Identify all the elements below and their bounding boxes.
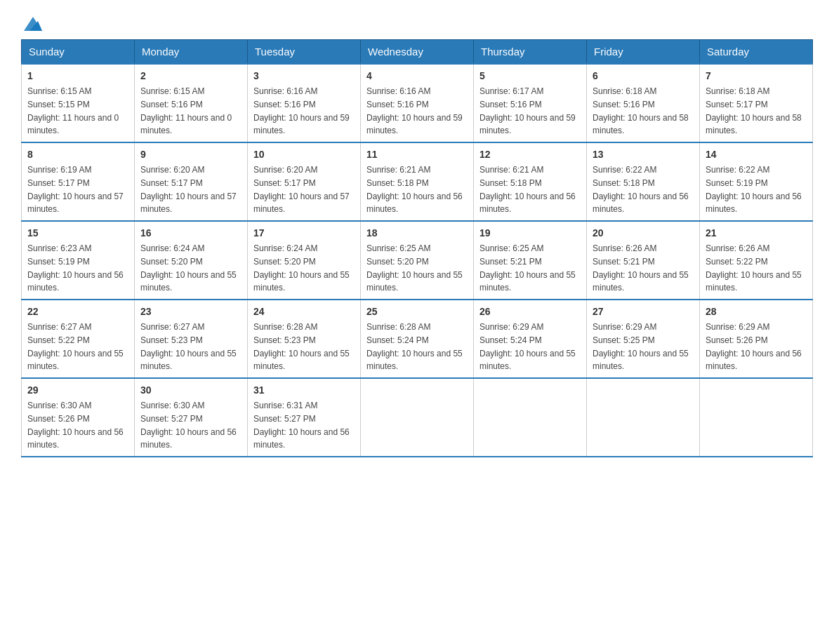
day-info: Sunrise: 6:24 AMSunset: 5:20 PMDaylight:… (140, 243, 237, 293)
day-number: 19 (479, 226, 581, 241)
day-number: 14 (706, 147, 807, 162)
day-number: 27 (593, 304, 694, 319)
calendar-cell: 10 Sunrise: 6:20 AMSunset: 5:17 PMDaylig… (248, 142, 361, 221)
day-info: Sunrise: 6:19 AMSunset: 5:17 PMDaylight:… (27, 165, 124, 214)
calendar-cell: 23 Sunrise: 6:27 AMSunset: 5:23 PMDaylig… (135, 300, 248, 378)
calendar-cell: 16 Sunrise: 6:24 AMSunset: 5:20 PMDaylig… (135, 221, 248, 300)
calendar-cell: 15 Sunrise: 6:23 AMSunset: 5:19 PMDaylig… (22, 221, 135, 300)
day-number: 30 (140, 383, 241, 398)
day-info: Sunrise: 6:26 AMSunset: 5:22 PMDaylight:… (706, 243, 802, 293)
logo (21, 14, 44, 32)
day-info: Sunrise: 6:30 AMSunset: 5:27 PMDaylight:… (140, 401, 237, 450)
day-number: 28 (706, 304, 807, 319)
calendar-cell: 27 Sunrise: 6:29 AMSunset: 5:25 PMDaylig… (587, 300, 700, 378)
calendar-cell: 17 Sunrise: 6:24 AMSunset: 5:20 PMDaylig… (248, 221, 361, 300)
calendar-cell: 4 Sunrise: 6:16 AMSunset: 5:16 PMDayligh… (361, 64, 474, 142)
day-info: Sunrise: 6:21 AMSunset: 5:18 PMDaylight:… (366, 165, 463, 214)
calendar-cell: 9 Sunrise: 6:20 AMSunset: 5:17 PMDayligh… (135, 142, 248, 221)
day-info: Sunrise: 6:21 AMSunset: 5:18 PMDaylight:… (479, 165, 576, 214)
day-number: 5 (479, 69, 581, 83)
day-number: 20 (593, 226, 694, 241)
day-number: 12 (479, 147, 581, 162)
logo-icon (22, 14, 44, 35)
day-info: Sunrise: 6:16 AMSunset: 5:16 PMDaylight:… (366, 86, 463, 135)
day-number: 4 (366, 69, 468, 83)
calendar-cell: 28 Sunrise: 6:29 AMSunset: 5:26 PMDaylig… (700, 300, 813, 378)
weekday-header-wednesday: Wednesday (361, 40, 474, 65)
day-info: Sunrise: 6:29 AMSunset: 5:25 PMDaylight:… (593, 322, 689, 371)
calendar-cell: 19 Sunrise: 6:25 AMSunset: 5:21 PMDaylig… (474, 221, 587, 300)
day-info: Sunrise: 6:20 AMSunset: 5:17 PMDaylight:… (253, 165, 350, 214)
calendar-week-row: 1 Sunrise: 6:15 AMSunset: 5:15 PMDayligh… (22, 64, 813, 142)
day-number: 13 (593, 147, 694, 162)
day-info: Sunrise: 6:28 AMSunset: 5:24 PMDaylight:… (366, 322, 463, 371)
day-number: 11 (366, 147, 468, 162)
calendar-cell: 13 Sunrise: 6:22 AMSunset: 5:18 PMDaylig… (587, 142, 700, 221)
weekday-header-saturday: Saturday (700, 40, 813, 65)
calendar-cell: 26 Sunrise: 6:29 AMSunset: 5:24 PMDaylig… (474, 300, 587, 378)
day-info: Sunrise: 6:28 AMSunset: 5:23 PMDaylight:… (253, 322, 350, 371)
calendar-cell: 8 Sunrise: 6:19 AMSunset: 5:17 PMDayligh… (22, 142, 135, 221)
day-info: Sunrise: 6:22 AMSunset: 5:19 PMDaylight:… (706, 165, 802, 214)
calendar-cell: 29 Sunrise: 6:30 AMSunset: 5:26 PMDaylig… (22, 378, 135, 457)
calendar-cell (700, 378, 813, 457)
calendar-cell: 18 Sunrise: 6:25 AMSunset: 5:20 PMDaylig… (361, 221, 474, 300)
day-info: Sunrise: 6:25 AMSunset: 5:20 PMDaylight:… (366, 243, 463, 293)
day-number: 15 (27, 226, 128, 241)
weekday-header-sunday: Sunday (22, 40, 135, 65)
page-header (21, 14, 813, 32)
day-number: 8 (27, 147, 128, 162)
day-info: Sunrise: 6:22 AMSunset: 5:18 PMDaylight:… (593, 165, 689, 214)
day-number: 29 (27, 383, 128, 398)
day-number: 6 (593, 69, 694, 83)
day-number: 10 (253, 147, 355, 162)
calendar-cell (361, 378, 474, 457)
day-info: Sunrise: 6:27 AMSunset: 5:23 PMDaylight:… (140, 322, 237, 371)
day-number: 21 (706, 226, 807, 241)
day-info: Sunrise: 6:15 AMSunset: 5:16 PMDaylight:… (140, 86, 232, 135)
day-number: 31 (253, 383, 355, 398)
day-number: 25 (366, 304, 468, 319)
day-number: 16 (140, 226, 241, 241)
day-info: Sunrise: 6:17 AMSunset: 5:16 PMDaylight:… (479, 86, 576, 135)
calendar-week-row: 29 Sunrise: 6:30 AMSunset: 5:26 PMDaylig… (22, 378, 813, 457)
day-number: 23 (140, 304, 241, 319)
calendar-cell: 1 Sunrise: 6:15 AMSunset: 5:15 PMDayligh… (22, 64, 135, 142)
day-info: Sunrise: 6:27 AMSunset: 5:22 PMDaylight:… (27, 322, 124, 371)
calendar-header-row: SundayMondayTuesdayWednesdayThursdayFrid… (22, 40, 813, 65)
calendar-cell: 22 Sunrise: 6:27 AMSunset: 5:22 PMDaylig… (22, 300, 135, 378)
day-number: 7 (706, 69, 807, 83)
day-number: 2 (140, 69, 241, 83)
day-info: Sunrise: 6:16 AMSunset: 5:16 PMDaylight:… (253, 86, 350, 135)
calendar-cell: 5 Sunrise: 6:17 AMSunset: 5:16 PMDayligh… (474, 64, 587, 142)
calendar-cell (474, 378, 587, 457)
calendar-cell: 14 Sunrise: 6:22 AMSunset: 5:19 PMDaylig… (700, 142, 813, 221)
calendar-week-row: 22 Sunrise: 6:27 AMSunset: 5:22 PMDaylig… (22, 300, 813, 378)
calendar-cell: 24 Sunrise: 6:28 AMSunset: 5:23 PMDaylig… (248, 300, 361, 378)
weekday-header-friday: Friday (587, 40, 700, 65)
day-info: Sunrise: 6:26 AMSunset: 5:21 PMDaylight:… (593, 243, 689, 293)
calendar-cell: 7 Sunrise: 6:18 AMSunset: 5:17 PMDayligh… (700, 64, 813, 142)
weekday-header-tuesday: Tuesday (248, 40, 361, 65)
day-number: 18 (366, 226, 468, 241)
calendar-cell: 6 Sunrise: 6:18 AMSunset: 5:16 PMDayligh… (587, 64, 700, 142)
day-number: 9 (140, 147, 241, 162)
calendar-cell: 30 Sunrise: 6:30 AMSunset: 5:27 PMDaylig… (135, 378, 248, 457)
calendar-cell: 12 Sunrise: 6:21 AMSunset: 5:18 PMDaylig… (474, 142, 587, 221)
day-number: 17 (253, 226, 355, 241)
day-info: Sunrise: 6:31 AMSunset: 5:27 PMDaylight:… (253, 401, 350, 450)
calendar-table: SundayMondayTuesdayWednesdayThursdayFrid… (21, 39, 813, 457)
day-info: Sunrise: 6:23 AMSunset: 5:19 PMDaylight:… (27, 243, 124, 293)
day-info: Sunrise: 6:29 AMSunset: 5:26 PMDaylight:… (706, 322, 802, 371)
day-number: 3 (253, 69, 355, 83)
calendar-cell: 31 Sunrise: 6:31 AMSunset: 5:27 PMDaylig… (248, 378, 361, 457)
calendar-cell (587, 378, 700, 457)
day-info: Sunrise: 6:15 AMSunset: 5:15 PMDaylight:… (27, 86, 119, 135)
day-info: Sunrise: 6:18 AMSunset: 5:16 PMDaylight:… (593, 86, 689, 135)
calendar-week-row: 8 Sunrise: 6:19 AMSunset: 5:17 PMDayligh… (22, 142, 813, 221)
day-number: 24 (253, 304, 355, 319)
calendar-cell: 25 Sunrise: 6:28 AMSunset: 5:24 PMDaylig… (361, 300, 474, 378)
calendar-cell: 11 Sunrise: 6:21 AMSunset: 5:18 PMDaylig… (361, 142, 474, 221)
weekday-header-thursday: Thursday (474, 40, 587, 65)
day-info: Sunrise: 6:20 AMSunset: 5:17 PMDaylight:… (140, 165, 237, 214)
